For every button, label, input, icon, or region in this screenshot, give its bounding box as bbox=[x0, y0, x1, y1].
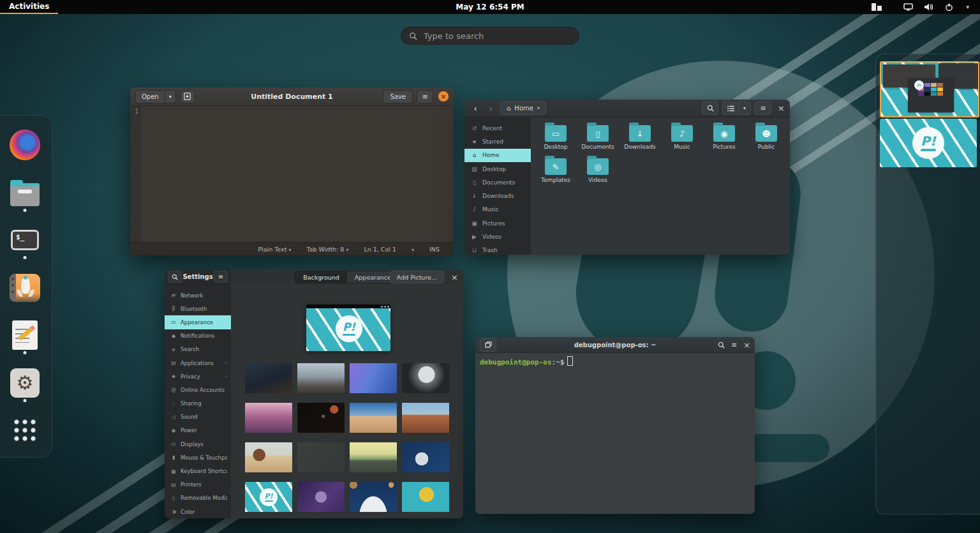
open-button[interactable]: Open bbox=[135, 90, 165, 103]
terminal-menu-button[interactable]: ≡ bbox=[731, 341, 737, 349]
tiling-menu-button[interactable] bbox=[866, 0, 887, 14]
settings-item-network[interactable]: ⇄Network bbox=[165, 289, 231, 302]
clock[interactable]: May 12 6:54 PM bbox=[456, 3, 524, 11]
insert-mode-indicator[interactable]: INS bbox=[422, 246, 447, 253]
workspace-thumb-empty[interactable]: P! bbox=[880, 119, 977, 167]
gedit-menu-button[interactable]: ≡ bbox=[417, 90, 433, 103]
folder-documents[interactable]: ▯Documents bbox=[577, 124, 619, 157]
close-button[interactable]: × bbox=[451, 273, 458, 282]
settings-item-sound[interactable]: ◁Sound bbox=[165, 410, 231, 424]
settings-search-button[interactable] bbox=[168, 271, 182, 283]
folder-downloads[interactable]: ↓Downloads bbox=[619, 124, 661, 157]
tab-background[interactable]: Background bbox=[295, 271, 347, 283]
sidebar-item-recent[interactable]: ↺Recent bbox=[464, 121, 531, 135]
sidebar-item-pictures[interactable]: ▣Pictures bbox=[464, 216, 531, 230]
wallpaper-thumb-star-trails[interactable] bbox=[245, 363, 292, 393]
goto-line-chevron[interactable]: ▾ bbox=[404, 246, 422, 253]
close-button[interactable]: × bbox=[743, 340, 750, 350]
view-options-button[interactable]: ▾ bbox=[739, 101, 751, 115]
save-button[interactable]: Save bbox=[383, 90, 413, 103]
editor-area[interactable]: 1 bbox=[130, 106, 454, 243]
settings-item-privacy[interactable]: ◈Privacy› bbox=[165, 370, 231, 383]
add-picture-button[interactable]: Add Picture... bbox=[390, 271, 444, 283]
settings-item-applications[interactable]: ▤Applications› bbox=[165, 356, 231, 370]
sidebar-item-music[interactable]: ♪Music bbox=[464, 203, 531, 216]
settings-item-keyboard-shortcuts[interactable]: ▦Keyboard Shortcuts bbox=[165, 464, 231, 477]
back-button[interactable]: ‹ bbox=[470, 103, 481, 114]
wallpaper-thumb-glass-roof[interactable] bbox=[350, 363, 397, 393]
settings-item-search[interactable]: ⌀Search bbox=[165, 343, 231, 356]
wallpaper-thumb-desert-dunes[interactable] bbox=[350, 403, 397, 433]
wallpaper-thumb-desert-sign[interactable] bbox=[245, 442, 292, 472]
view-mode-button[interactable] bbox=[722, 101, 739, 115]
wallpaper-thumb-lunar-eclipse[interactable] bbox=[297, 403, 345, 433]
dock-item-settings[interactable]: ⚙ bbox=[8, 365, 41, 401]
search-input[interactable] bbox=[422, 31, 571, 41]
terminal-screen[interactable]: debugpoint@pop-os:~$ bbox=[475, 353, 755, 514]
settings-item-appearance[interactable]: ▭Appearance bbox=[165, 315, 231, 329]
folder-templates[interactable]: ✎Templates bbox=[535, 157, 577, 190]
wallpaper-thumb-pop-planet[interactable] bbox=[402, 442, 449, 472]
folder-pictures[interactable]: ◉Pictures bbox=[703, 124, 745, 157]
folder-videos[interactable]: ◎Videos bbox=[577, 157, 619, 190]
sidebar-item-downloads[interactable]: ↓Downloads bbox=[464, 189, 531, 202]
settings-item-mouse-touchpad[interactable]: ▮Mouse & Touchpad bbox=[165, 451, 231, 464]
settings-item-bluetooth[interactable]: βBluetooth bbox=[165, 302, 231, 315]
wallpaper-thumb-chevron-pattern[interactable] bbox=[297, 442, 345, 472]
volume-button[interactable] bbox=[919, 0, 939, 14]
system-menu-chevron[interactable]: ▾ bbox=[959, 0, 975, 14]
sidebar-item-starred[interactable]: ★Starred bbox=[464, 135, 531, 148]
dock-item-files[interactable] bbox=[8, 175, 41, 211]
power-button[interactable] bbox=[939, 0, 959, 14]
tab-width-selector[interactable]: Tab Width: 8 ▾ bbox=[299, 246, 356, 253]
language-selector[interactable]: Plain Text ▾ bbox=[250, 246, 299, 253]
wallpaper-thumb-radio-telescope[interactable] bbox=[402, 363, 449, 393]
settings-item-notifications[interactable]: ◆Notifications bbox=[165, 329, 231, 343]
network-button[interactable] bbox=[898, 0, 919, 14]
settings-item-removable-media[interactable]: ▯Removable Media bbox=[165, 492, 231, 505]
folder-public[interactable]: ☻Public bbox=[745, 124, 787, 157]
settings-item-printers[interactable]: ▤Printers bbox=[165, 478, 231, 492]
dock-item-app-grid[interactable] bbox=[8, 412, 41, 448]
settings-item-sharing[interactable]: ∴Sharing bbox=[165, 397, 231, 410]
wallpaper-thumb-pop-purple-nebula[interactable] bbox=[297, 482, 345, 512]
sidebar-item-desktop[interactable]: ▤Desktop bbox=[464, 162, 531, 176]
new-document-button[interactable] bbox=[180, 90, 195, 103]
dock-item-pop-shop[interactable] bbox=[8, 270, 41, 306]
open-dropdown-button[interactable]: ▾ bbox=[165, 90, 176, 103]
dock-item-text-editor[interactable] bbox=[8, 317, 41, 353]
settings-item-color[interactable]: ◑Color bbox=[165, 505, 231, 518]
overview-search[interactable] bbox=[401, 27, 579, 45]
search-icon[interactable] bbox=[718, 342, 725, 349]
path-button[interactable]: ⌂ Home ▾ bbox=[500, 101, 546, 115]
wallpaper-thumb-canyon[interactable] bbox=[245, 403, 292, 433]
wallpaper-thumb-unleash-your-potential[interactable] bbox=[402, 482, 449, 512]
dock-item-firefox[interactable] bbox=[8, 127, 41, 163]
sidebar-item-trash[interactable]: ⊔Trash bbox=[464, 244, 531, 255]
folder-music[interactable]: ♪Music bbox=[661, 124, 703, 157]
dock-item-terminal[interactable]: $_ bbox=[8, 222, 41, 258]
wallpaper-thumb-pop-teal-logo[interactable]: P! bbox=[245, 482, 292, 512]
close-button[interactable]: × bbox=[778, 103, 785, 113]
new-tab-button[interactable] bbox=[480, 338, 496, 352]
settings-item-power[interactable]: ◉Power bbox=[165, 424, 231, 437]
settings-window: Settings ≡ Background Appearance Add Pic… bbox=[165, 269, 463, 518]
folder-desktop[interactable]: ▭Desktop bbox=[535, 124, 577, 157]
cursor-position[interactable]: Ln 1, Col 1 bbox=[356, 246, 404, 253]
sidebar-item-home[interactable]: ⌂Home bbox=[464, 149, 531, 162]
wallpaper-thumb-snowy-mountains[interactable] bbox=[297, 363, 345, 393]
settings-item-online-accounts[interactable]: @Online Accounts bbox=[165, 383, 231, 396]
workspace-thumb-active[interactable]: P! bbox=[880, 61, 979, 117]
sidebar-item-documents[interactable]: ▯Documents bbox=[464, 176, 531, 189]
files-menu-button[interactable]: ≡ bbox=[755, 101, 771, 115]
activities-button[interactable]: Activities bbox=[0, 0, 58, 14]
settings-item-displays[interactable]: ▭Displays bbox=[165, 437, 231, 451]
wallpaper-thumb-moon-horizon[interactable] bbox=[350, 482, 397, 512]
wallpaper-thumb-robot-city[interactable] bbox=[350, 442, 397, 472]
settings-menu-button[interactable]: ≡ bbox=[214, 271, 228, 283]
sidebar-item-videos[interactable]: ▶Videos bbox=[464, 230, 531, 243]
forward-button[interactable]: › bbox=[485, 103, 496, 114]
files-search-button[interactable] bbox=[702, 101, 718, 115]
close-button[interactable]: × bbox=[438, 91, 449, 101]
wallpaper-thumb-monument-valley[interactable] bbox=[402, 403, 449, 433]
